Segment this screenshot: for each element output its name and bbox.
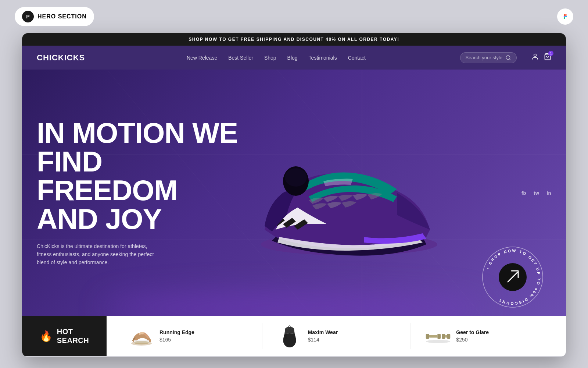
- hot-search-label: 🔥 HOT SEARCH: [22, 316, 107, 356]
- nav-link-best-seller[interactable]: Best Seller: [228, 55, 253, 61]
- shop-now-badge[interactable]: • SHOP NOW TO GET UP TO 40% DISCOUNT: [481, 246, 544, 308]
- item-name-1: Running Edge: [159, 329, 194, 335]
- svg-point-2: [534, 54, 537, 57]
- hero-title: IN MOTION WE FIND FREEDOM AND JOY: [37, 118, 239, 233]
- item-image-2: [277, 323, 303, 349]
- hot-item-3[interactable]: Geer to Glare $250: [410, 323, 559, 349]
- item-name-3: Geer to Glare: [456, 329, 489, 335]
- hero-content: IN MOTION WE FIND FREEDOM AND JOY ChicKi…: [37, 118, 239, 267]
- search-placeholder: Search your style: [466, 55, 502, 60]
- hero-section-label: HERO SECTION: [37, 13, 87, 20]
- svg-point-12: [285, 168, 307, 187]
- nav-link-new-release[interactable]: New Release: [187, 55, 217, 61]
- linkedin-icon[interactable]: in: [546, 190, 551, 195]
- item-price-1: $165: [159, 337, 194, 343]
- nav-link-shop[interactable]: Shop: [264, 55, 276, 61]
- figma-icon: [557, 8, 573, 25]
- bottom-bar: 🔥 HOT SEARCH: [22, 316, 566, 356]
- svg-point-17: [134, 341, 149, 344]
- svg-rect-19: [429, 335, 438, 337]
- facebook-icon[interactable]: fb: [521, 190, 526, 195]
- svg-point-0: [506, 56, 510, 60]
- svg-line-1: [509, 59, 510, 60]
- svg-rect-21: [442, 333, 445, 339]
- shoe-container: [217, 70, 474, 305]
- announcement-text: SHOP NOW TO GET FREE SHIPPING AND DISCOU…: [189, 37, 399, 42]
- svg-rect-20: [438, 333, 441, 339]
- nav-link-testimonials[interactable]: Testimonials: [309, 55, 337, 61]
- item-image-3: [425, 323, 451, 349]
- hero-section: IN MOTION WE FIND FREEDOM AND JOY ChicKi…: [22, 70, 566, 316]
- top-bar: P HERO SECTION: [0, 0, 588, 33]
- hot-item-2[interactable]: Maxim Wear $114: [262, 323, 411, 349]
- item-info-1: Running Edge $165: [159, 329, 194, 343]
- hero-description: ChicKicks is the ultimate destination fo…: [37, 242, 162, 267]
- flame-icon: 🔥: [40, 330, 53, 342]
- item-info-3: Geer to Glare $250: [456, 329, 489, 343]
- brand-name: CHICKICKS: [37, 53, 85, 63]
- nav-link-blog[interactable]: Blog: [287, 55, 298, 61]
- item-price-2: $114: [308, 337, 338, 343]
- svg-rect-23: [447, 333, 451, 339]
- navbar: CHICKICKS New Release Best Seller Shop B…: [22, 46, 566, 70]
- announcement-bar: SHOP NOW TO GET FREE SHIPPING AND DISCOU…: [22, 33, 566, 46]
- hero-section-badge: P HERO SECTION: [15, 7, 94, 26]
- search-bar[interactable]: Search your style: [460, 52, 517, 63]
- cart-icon[interactable]: 1: [544, 53, 551, 62]
- svg-point-24: [426, 340, 451, 343]
- p-icon: P: [22, 11, 34, 22]
- item-info-2: Maxim Wear $114: [308, 329, 338, 343]
- browser-window: SHOP NOW TO GET FREE SHIPPING AND DISCOU…: [22, 33, 566, 357]
- hot-items: Running Edge $165 Maxim Wear: [107, 316, 566, 356]
- cart-badge: 1: [548, 51, 553, 56]
- nav-link-contact[interactable]: Contact: [348, 55, 366, 61]
- nav-icons: 1: [531, 53, 551, 62]
- item-price-3: $250: [456, 337, 489, 343]
- social-icons: fb tw in: [521, 190, 551, 195]
- twitter-icon[interactable]: tw: [534, 190, 539, 195]
- nav-links: New Release Best Seller Shop Blog Testim…: [103, 55, 449, 61]
- item-name-2: Maxim Wear: [308, 329, 338, 335]
- svg-rect-18: [426, 333, 429, 339]
- item-image-1: [129, 323, 154, 349]
- user-icon[interactable]: [531, 53, 539, 62]
- shoe-image: [235, 90, 456, 274]
- hot-search-text: HOT SEARCH: [57, 327, 89, 345]
- hot-item-1[interactable]: Running Edge $165: [114, 323, 262, 349]
